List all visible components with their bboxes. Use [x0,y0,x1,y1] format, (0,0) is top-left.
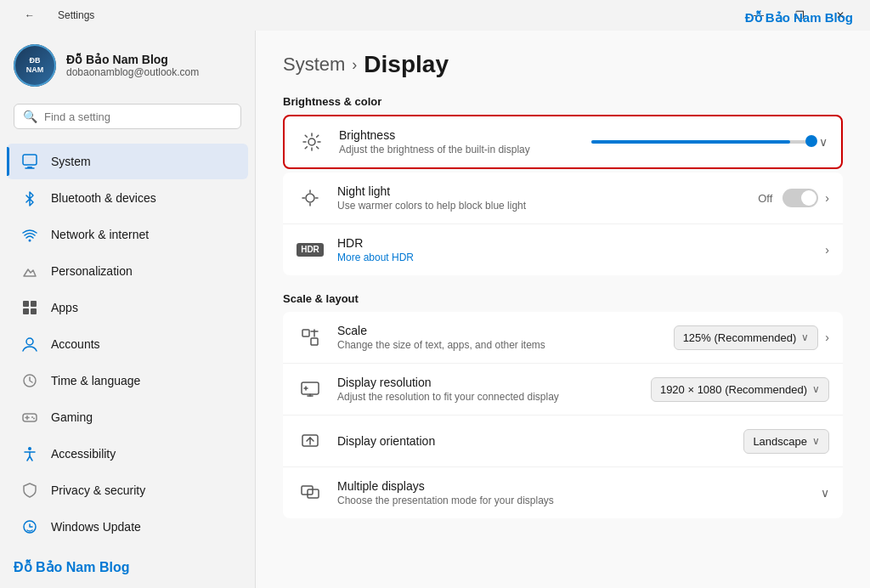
svg-rect-32 [311,338,318,345]
orientation-row[interactable]: Display orientation Landscape ∨ [283,416,843,467]
sidebar-item-privacy[interactable]: Privacy & security [7,472,248,508]
svg-point-15 [28,447,31,450]
resolution-value: 1920 × 1080 (Recommended) [660,383,807,396]
titlebar: ← Settings — ❐ ✕ [0,0,870,31]
user-email: dobaonamblog@outlook.com [66,66,199,78]
resolution-row[interactable]: Display resolution Adjust the resolution… [283,364,843,416]
svg-point-13 [31,416,33,418]
brightness-card: Brightness Adjust the brightness of the … [283,115,843,169]
sidebar-item-network[interactable]: Network & internet [7,217,248,252]
section-header-brightness: Brightness & color [283,95,843,108]
apps-icon [20,298,39,317]
back-button[interactable]: ← [10,2,49,29]
svg-line-22 [305,135,307,137]
sidebar-item-system[interactable]: System [7,144,248,179]
svg-rect-31 [302,330,309,336]
sidebar-item-personalization[interactable]: Personalization [7,253,248,289]
orientation-dropdown[interactable]: Landscape ∨ [743,429,829,454]
sidebar-item-label-accessibility: Accessibility [51,447,116,461]
orientation-title: Display orientation [337,434,730,448]
sidebar-item-gaming[interactable]: Gaming [7,399,248,435]
sidebar-item-accessibility[interactable]: Accessibility [7,436,248,472]
sidebar-item-apps[interactable]: Apps [7,290,248,325]
scale-dropdown[interactable]: 125% (Recommended) ∨ [674,325,819,350]
sidebar-item-label-bluetooth: Bluetooth & devices [51,191,156,205]
section-header-scale: Scale & layout [283,292,843,305]
hdr-row[interactable]: HDR HDR More about HDR › [283,224,843,275]
app-body: ĐBNAM Đỗ Bảo Nam Blog dobaonamblog@outlo… [0,31,870,588]
sidebar: ĐBNAM Đỗ Bảo Nam Blog dobaonamblog@outlo… [0,31,255,588]
scale-desc: Change the size of text, apps, and other… [337,339,660,351]
multiple-displays-control: ∨ [821,486,829,500]
scale-text: Scale Change the size of text, apps, and… [337,324,660,351]
svg-line-23 [317,147,319,149]
breadcrumb-current: Display [364,51,449,78]
night-light-toggle-label: Off [758,192,772,205]
svg-point-3 [29,240,31,242]
user-profile[interactable]: ĐBNAM Đỗ Bảo Nam Blog dobaonamblog@outlo… [0,31,255,104]
privacy-icon [20,481,39,500]
sidebar-item-label-time: Time & language [51,374,140,387]
night-light-title: Night light [337,184,744,198]
brightness-control[interactable]: ∨ [591,135,828,149]
sidebar-item-accounts[interactable]: Accounts [7,326,248,362]
orientation-control: Landscape ∨ [743,429,829,454]
svg-rect-5 [31,301,37,307]
bluetooth-icon [20,189,39,207]
search-input[interactable] [44,110,232,123]
sidebar-item-update[interactable]: Windows Update [7,509,248,545]
sidebar-item-label-apps: Apps [51,301,78,314]
night-light-icon [297,184,324,212]
night-light-row[interactable]: Night light Use warmer colors to help bl… [283,172,843,224]
multiple-displays-row[interactable]: Multiple displays Choose the presentatio… [283,467,843,518]
toggle-thumb [801,190,816,206]
brightness-row[interactable]: Brightness Adjust the brightness of the … [285,116,841,167]
brightness-slider-fill [591,140,790,144]
resolution-desc: Adjust the resolution to fit your connec… [337,391,637,403]
resolution-dropdown[interactable]: 1920 × 1080 (Recommended) ∨ [651,377,829,402]
hdr-title: HDR [337,236,811,250]
orientation-icon [297,427,324,455]
hdr-icon: HDR [297,236,324,263]
svg-rect-0 [23,155,37,165]
sidebar-item-time[interactable]: Time & language [7,363,248,399]
night-light-desc: Use warmer colors to help block blue lig… [337,200,744,212]
time-icon [20,371,39,390]
gaming-icon [20,408,39,427]
hdr-link[interactable]: More about HDR [337,252,414,263]
sidebar-item-bluetooth[interactable]: Bluetooth & devices [7,180,248,216]
resolution-text: Display resolution Adjust the resolution… [337,376,637,403]
main-content: System › Display Brightness & color [255,31,870,588]
search-box[interactable]: 🔍 [14,104,241,129]
svg-rect-6 [23,308,29,314]
scale-value: 125% (Recommended) [683,331,797,344]
night-light-chevron: › [825,191,829,205]
sidebar-item-label-update: Windows Update [51,520,141,534]
accessibility-icon [20,444,39,463]
svg-point-26 [306,194,314,202]
resolution-dropdown-chevron: ∨ [812,383,820,395]
svg-point-17 [308,139,315,145]
personalization-icon [20,262,39,280]
svg-line-25 [305,147,307,149]
user-info: Đỗ Bảo Nam Blog dobaonamblog@outlook.com [66,53,199,78]
brightness-icon [298,128,325,155]
scale-title: Scale [337,324,660,337]
brightness-text: Brightness Adjust the brightness of the … [339,128,578,155]
resolution-title: Display resolution [337,376,637,389]
scale-row[interactable]: Scale Change the size of text, apps, and… [283,312,843,364]
update-icon [20,517,39,536]
svg-line-24 [317,135,319,137]
breadcrumb-separator: › [352,56,357,74]
sidebar-item-label-network: Network & internet [51,228,149,241]
orientation-value: Landscape [753,435,807,448]
svg-point-8 [26,338,33,345]
sidebar-item-label-personalization: Personalization [51,264,133,278]
brightness-desc: Adjust the brightness of the built-in di… [339,144,578,155]
breadcrumb: System › Display [283,51,843,78]
accounts-icon [20,335,39,353]
night-light-toggle[interactable] [782,189,818,207]
multiple-displays-desc: Choose the presentation mode for your di… [337,495,807,506]
system-icon [20,152,39,171]
scale-layout-card: Scale Change the size of text, apps, and… [283,312,843,518]
